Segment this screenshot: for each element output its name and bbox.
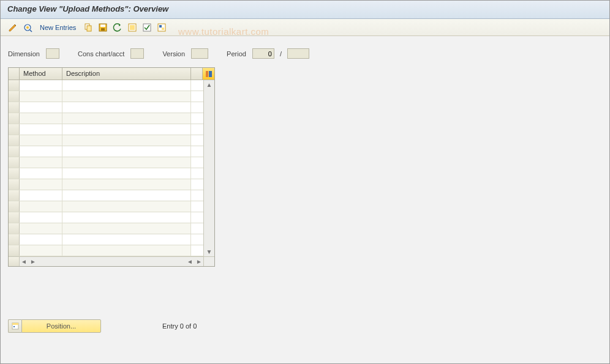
footer: Position... Entry 0 of 0	[8, 319, 197, 333]
cell-method[interactable]	[20, 91, 62, 102]
dimension-field[interactable]	[46, 48, 59, 59]
cons-chart-field[interactable]	[130, 48, 144, 59]
cell-description[interactable]	[62, 190, 191, 201]
row-selector[interactable]	[9, 212, 20, 223]
cell-method[interactable]	[20, 135, 62, 146]
table-row[interactable]	[9, 190, 203, 201]
row-selector[interactable]	[9, 234, 20, 245]
row-selector[interactable]	[9, 157, 20, 168]
column-header-description[interactable]: Description	[62, 68, 191, 80]
table-row[interactable]	[9, 146, 203, 157]
row-selector[interactable]	[9, 245, 20, 256]
cell-method[interactable]	[20, 157, 62, 168]
table-row[interactable]	[9, 223, 203, 234]
svg-rect-5	[100, 24, 105, 27]
row-selector[interactable]	[9, 201, 20, 212]
row-selector[interactable]	[9, 102, 20, 113]
row-selector[interactable]	[9, 168, 20, 179]
cell-method[interactable]	[20, 223, 62, 234]
horizontal-scrollbar[interactable]: ◄ ► ◄ ►	[20, 257, 203, 266]
period-field[interactable]	[252, 48, 274, 59]
row-selector[interactable]	[9, 190, 20, 201]
other-entry-icon[interactable]	[21, 21, 34, 34]
new-entries-button[interactable]: New Entries	[40, 24, 76, 31]
cell-description[interactable]	[62, 179, 191, 190]
app-toolbar: New Entries	[1, 19, 609, 36]
cell-method[interactable]	[20, 102, 62, 113]
select-all-icon[interactable]	[126, 21, 138, 34]
column-header-method[interactable]: Method	[20, 68, 62, 80]
cell-method[interactable]	[20, 168, 62, 179]
row-selector[interactable]	[9, 113, 20, 124]
table-row[interactable]	[9, 168, 203, 179]
delete-icon[interactable]	[156, 21, 168, 34]
table-row[interactable]	[9, 102, 203, 113]
cell-method[interactable]	[20, 190, 62, 201]
table-row[interactable]	[9, 113, 203, 124]
cell-description[interactable]	[62, 80, 191, 91]
table-row[interactable]	[9, 234, 203, 245]
version-field[interactable]	[191, 48, 208, 59]
row-selector[interactable]	[9, 124, 20, 135]
cell-description[interactable]	[62, 157, 191, 168]
position-button[interactable]: Position...	[21, 319, 101, 333]
period-year-field[interactable]	[287, 48, 309, 59]
table-settings-icon[interactable]	[202, 68, 214, 80]
row-selector[interactable]	[9, 146, 20, 157]
cell-method[interactable]	[20, 179, 62, 190]
deselect-all-icon[interactable]	[141, 21, 153, 34]
scroll-left-inner-icon[interactable]: ◄	[186, 258, 194, 266]
parameter-row: Dimension Cons chart/acct Version Period…	[8, 48, 602, 59]
row-selector[interactable]	[9, 135, 20, 146]
undo-icon[interactable]	[111, 21, 124, 34]
cell-description[interactable]	[62, 146, 191, 157]
row-selector[interactable]	[9, 91, 20, 102]
cell-description[interactable]	[62, 135, 191, 146]
cell-method[interactable]	[20, 201, 62, 212]
table-row[interactable]	[9, 124, 203, 135]
cell-description[interactable]	[62, 124, 191, 135]
table-row[interactable]	[9, 201, 203, 212]
table-row[interactable]	[9, 157, 203, 168]
row-selector-header[interactable]	[9, 68, 20, 80]
table-row[interactable]	[9, 212, 203, 223]
row-selector[interactable]	[9, 179, 20, 190]
cell-description[interactable]	[62, 212, 191, 223]
table-row[interactable]	[9, 135, 203, 146]
version-label: Version	[162, 50, 185, 58]
table-row[interactable]	[9, 80, 203, 91]
table-row[interactable]	[9, 245, 203, 256]
cell-description[interactable]	[62, 102, 191, 113]
cell-method[interactable]	[20, 212, 62, 223]
cell-description[interactable]	[62, 234, 191, 245]
scroll-down-icon[interactable]: ▼	[204, 247, 214, 256]
table-row[interactable]	[9, 179, 203, 190]
cell-description[interactable]	[62, 245, 191, 256]
period-label: Period	[227, 50, 246, 58]
save-icon[interactable]	[97, 21, 109, 34]
vertical-scrollbar[interactable]: ▲ ▼	[203, 80, 214, 256]
cell-description[interactable]	[62, 168, 191, 179]
cell-method[interactable]	[20, 124, 62, 135]
scroll-right-icon[interactable]: ►	[195, 258, 203, 266]
table-row[interactable]	[9, 91, 203, 102]
row-selector[interactable]	[9, 80, 20, 91]
scroll-right-inner-icon[interactable]: ►	[29, 258, 37, 266]
cell-method[interactable]	[20, 245, 62, 256]
cell-method[interactable]	[20, 146, 62, 157]
copy-icon[interactable]	[82, 21, 94, 34]
cell-description[interactable]	[62, 223, 191, 234]
svg-rect-3	[87, 26, 91, 31]
cell-description[interactable]	[62, 91, 191, 102]
toggle-change-mode-icon[interactable]	[7, 21, 19, 34]
cell-description[interactable]	[62, 113, 191, 124]
cell-method[interactable]	[20, 113, 62, 124]
scroll-left-icon[interactable]: ◄	[20, 258, 28, 266]
row-selector[interactable]	[9, 223, 20, 234]
position-icon[interactable]	[8, 319, 21, 333]
cell-method[interactable]	[20, 234, 62, 245]
cell-description[interactable]	[62, 201, 191, 212]
cell-method[interactable]	[20, 80, 62, 91]
scroll-up-icon[interactable]: ▲	[204, 80, 214, 89]
dimension-label: Dimension	[8, 50, 40, 58]
